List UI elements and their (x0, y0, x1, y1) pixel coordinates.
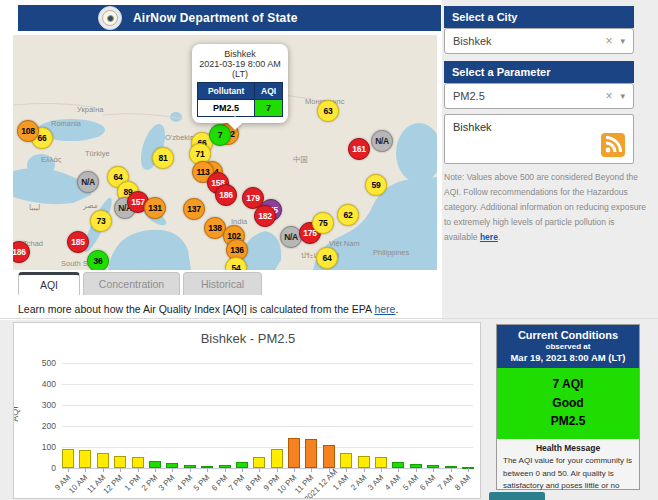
chart-x-tick (433, 468, 434, 472)
tab-aqi[interactable]: AQI (18, 272, 80, 295)
seal-emblem (107, 15, 114, 22)
chart-x-tick (207, 468, 208, 472)
chart-y-axis-label: AQI (13, 406, 20, 422)
popup-table: Pollutant AQI PM2.5 7 (197, 82, 283, 117)
select-parameter-header: Select a Parameter (444, 61, 634, 83)
chart-x-tick (85, 468, 86, 472)
aqi-marker[interactable]: 186 (215, 184, 237, 206)
clear-parameter-icon[interactable]: × (605, 89, 612, 103)
next-section-cutoff[interactable] (489, 492, 545, 500)
aqi-marker[interactable]: 64 (316, 247, 338, 269)
chart-x-tick (294, 468, 295, 472)
chart-y-tick-label: 400 (22, 379, 56, 389)
aqi-marker[interactable]: 36 (87, 250, 109, 270)
aqi-marker[interactable]: 108 (17, 120, 39, 142)
chart-bar (375, 457, 387, 468)
learn-more-line: Learn more about how the Air Quality Ind… (18, 303, 398, 315)
chart-gridline (62, 447, 473, 448)
tab-concentration[interactable]: Concentration (83, 272, 180, 295)
department-of-state-seal-icon (98, 6, 122, 30)
current-conditions-panel: Current Conditions observed at Mar 19, 2… (496, 324, 640, 490)
chart-x-axis (62, 468, 473, 469)
chart-y-tick-label: 100 (22, 442, 56, 452)
map-place-label: Romania (51, 119, 81, 128)
chart-bar (340, 453, 352, 468)
learn-more-suffix: . (395, 303, 398, 315)
map-place-label: Ελλάς (41, 155, 61, 164)
current-conditions-header: Current Conditions observed at Mar 19, 2… (497, 325, 639, 368)
aqi-parameter: PM2.5 (497, 412, 639, 431)
seal-inner-ring (102, 10, 118, 26)
chart-x-tick (381, 468, 382, 472)
aqi-marker[interactable]: 131 (144, 197, 166, 219)
popup-aqi-value: 7 (255, 100, 283, 117)
tab-historical[interactable]: Historical (183, 272, 262, 295)
chart-gridline (62, 405, 473, 406)
parameter-select[interactable]: PM2.5 × ▾ (444, 83, 634, 109)
aqi-marker[interactable]: 59 (365, 174, 387, 196)
note-here-link[interactable]: here (480, 232, 498, 242)
chart-x-tick (416, 468, 417, 472)
rss-city-label: Bishkek (453, 121, 492, 133)
select-city-header: Select a City (444, 6, 634, 28)
popup-pollutant-value: PM2.5 (198, 100, 255, 117)
chart-y-tick-label: 0 (22, 463, 56, 473)
popup-pollutant-header: Pollutant (198, 83, 255, 100)
map-place-label: Việt Nam (329, 239, 360, 248)
clear-city-icon[interactable]: × (605, 34, 612, 48)
aqi-marker[interactable]: 7 (209, 124, 231, 146)
city-select[interactable]: Bishkek × ▾ (444, 28, 634, 54)
chart-bar (358, 456, 370, 468)
aqi-marker[interactable]: 75 (312, 212, 334, 234)
chart-x-tick (311, 468, 312, 472)
chart-y-tick-label: 500 (22, 358, 56, 368)
aqi-marker[interactable]: 182 (254, 205, 276, 227)
chart-bar (305, 439, 317, 468)
aqi-marker[interactable]: 161 (348, 138, 370, 160)
aqi-world-map[interactable]: УкраїнаRomaniaTürkiyeΕλλάςليبيامصرO'zbek… (13, 35, 437, 270)
chart-x-tick (398, 468, 399, 472)
chart-x-tick (468, 468, 469, 472)
map-place-label: 中国 (293, 155, 308, 165)
chart-gridline (62, 384, 473, 385)
note-suffix: . (498, 232, 500, 242)
city-dropdown-caret-icon[interactable]: ▾ (620, 36, 625, 46)
aqi-marker[interactable]: 62 (337, 204, 359, 226)
map-place-label: Україна (77, 105, 103, 114)
rss-feed-icon[interactable] (601, 133, 625, 157)
chart-x-tick (277, 468, 278, 472)
aqi-marker[interactable]: 137 (183, 198, 205, 220)
app-title: AirNow Department of State (133, 11, 298, 25)
chart-y-tick-label: 300 (22, 400, 56, 410)
chart-gridline (62, 363, 473, 364)
observed-at-label: observed at (499, 342, 637, 351)
chart-x-tick (451, 468, 452, 472)
chart-x-tick (259, 468, 260, 472)
chart-gridline (62, 426, 473, 427)
chart-x-tick (346, 468, 347, 472)
chart-bar (323, 445, 335, 468)
aqi-bar-chart: Bishkek - PM2.5 AQI 01002003004005009 AM… (13, 322, 481, 499)
aqi-marker[interactable]: N/A (371, 130, 393, 152)
chart-title: Bishkek - PM2.5 (14, 331, 481, 346)
parameter-select-value: PM2.5 (453, 90, 605, 102)
parameter-dropdown-caret-icon[interactable]: ▾ (620, 91, 625, 101)
aqi-marker[interactable]: 63 (317, 100, 339, 122)
health-message-title: Health Message (497, 439, 639, 455)
learn-more-text: Learn more about how the Air Quality Ind… (18, 303, 374, 315)
map-place-label: Türkiye (85, 149, 110, 158)
aqi-category: Good (497, 394, 639, 413)
chart-x-tick (242, 468, 243, 472)
chart-x-tick (172, 468, 173, 472)
epa-here-link[interactable]: here (374, 303, 395, 315)
airnow-page: AirNow Department of State УкраїнаRomani… (0, 0, 658, 500)
aqi-marker[interactable]: 81 (152, 147, 174, 169)
popup-datetime: 2021-03-19 8:00 AM (197, 59, 283, 69)
chart-bar (114, 456, 126, 468)
chart-bar (62, 449, 74, 468)
current-conditions-title: Current Conditions (499, 329, 637, 341)
map-place-label: Philippines (373, 248, 409, 257)
aqi-marker[interactable]: 185 (67, 231, 89, 253)
aqi-marker[interactable]: 73 (90, 210, 112, 232)
aqi-marker[interactable]: N/A (77, 171, 99, 193)
